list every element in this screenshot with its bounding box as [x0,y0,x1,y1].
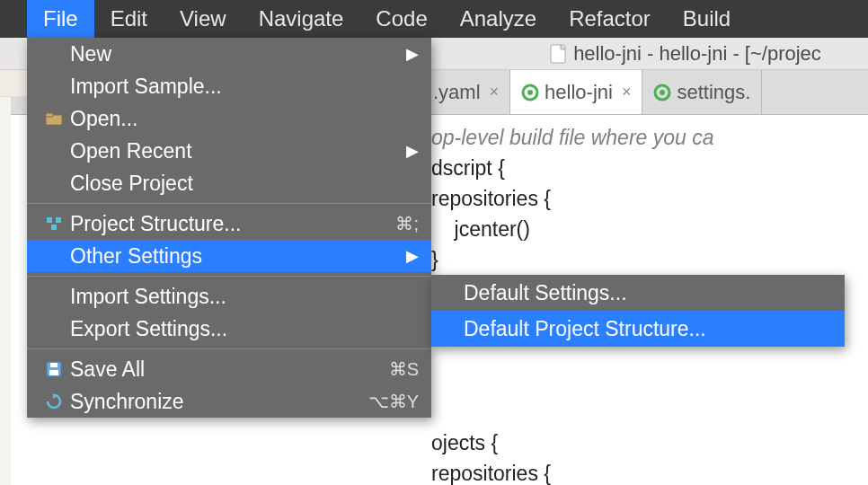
menu-item-new[interactable]: New▶ [27,38,431,70]
other-settings-submenu: Default Settings...Default Project Struc… [431,275,845,347]
menu-item-save-all[interactable]: Save All⌘S [27,353,431,385]
menu-item-import-sample[interactable]: Import Sample... [27,70,431,102]
svg-point-4 [660,90,665,95]
folder-icon [41,111,66,126]
svg-point-2 [527,90,533,95]
close-icon[interactable]: × [490,83,500,101]
tab-label: .yaml [433,81,481,104]
menu-item-label: Save All [70,357,145,382]
breadcrumb-fragment [0,70,27,97]
menu-item-close-project[interactable]: Close Project [27,167,431,199]
submenu-item-default-settings[interactable]: Default Settings... [431,275,845,311]
menubar-item-code[interactable]: Code [359,0,443,38]
menu-item-project-structure[interactable]: Project Structure...⌘; [27,207,431,240]
svg-rect-7 [47,217,52,223]
menu-item-import-settings[interactable]: Import Settings... [27,280,431,313]
document-icon [550,44,566,64]
menu-separator [27,276,431,277]
code-line: jcenter() [431,214,868,244]
menubar-item-analyze[interactable]: Analyze [444,0,553,38]
menubar-item-view[interactable]: View [164,0,243,38]
submenu-item-label: Default Project Structure... [464,317,706,341]
menu-separator [27,348,431,349]
editor-gutter [0,70,11,485]
code-line: repositories { [431,183,868,214]
submenu-arrow-icon: ▶ [406,44,419,64]
code-line: op-level build file where you ca [431,122,868,153]
submenu-arrow-icon: ▶ [406,246,419,266]
structure-icon [41,216,66,232]
menu-item-other-settings[interactable]: Other Settings▶ [27,240,431,272]
menu-item-export-settings[interactable]: Export Settings... [27,313,431,345]
code-line: } [431,244,868,275]
menubar-item-refactor[interactable]: Refactor [553,0,667,38]
code-line [431,397,868,428]
menu-item-label: Import Settings... [70,285,226,309]
editor-tab[interactable]: .yaml× [422,70,510,114]
menubar-item-build[interactable]: Build [667,0,747,38]
tab-label: settings. [677,81,750,104]
menu-separator [27,203,431,204]
editor-tab[interactable]: settings. [642,70,762,114]
menubar: FileEditViewNavigateCodeAnalyzeRefactorB… [0,0,868,38]
menu-item-label: Other Settings [70,244,202,269]
svg-rect-9 [51,225,57,230]
file-menu-dropdown: New▶Import Sample...Open...Open Recent▶C… [27,38,431,418]
submenu-item-default-project-structure[interactable]: Default Project Structure... [431,311,845,347]
menu-shortcut: ⌘S [389,358,419,380]
save-icon [41,361,66,377]
menu-item-label: Close Project [70,172,193,196]
code-line: ojects { [431,428,868,458]
menu-shortcut: ⌥⌘Y [368,391,419,412]
svg-rect-8 [56,217,61,223]
gradle-icon [521,84,539,101]
code-line: dscript { [431,153,868,183]
close-icon[interactable]: × [622,83,632,101]
submenu-arrow-icon: ▶ [406,141,419,161]
menu-item-label: New [70,42,111,66]
menubar-item-file[interactable]: File [27,0,94,38]
submenu-item-label: Default Settings... [464,281,627,305]
menu-item-label: Open Recent [70,139,192,163]
gradle-icon [653,84,671,101]
code-line: repositories { [431,458,868,485]
editor-tab[interactable]: hello-jni× [510,70,642,114]
menubar-item-navigate[interactable]: Navigate [243,0,360,38]
svg-rect-11 [49,370,58,375]
code-line [431,366,868,397]
tab-label: hello-jni [545,81,613,104]
menu-item-label: Open... [70,107,137,131]
window-title-text: hello-jni - hello-jni - [~/projec [573,42,821,66]
menu-item-label: Project Structure... [70,212,241,236]
svg-rect-12 [50,363,58,367]
menu-item-open[interactable]: Open... [27,102,431,135]
menu-item-open-recent[interactable]: Open Recent▶ [27,135,431,167]
menu-item-label: Export Settings... [70,317,227,341]
menu-item-label: Import Sample... [70,75,222,99]
menu-item-synchronize[interactable]: Synchronize⌥⌘Y [27,385,431,418]
sync-icon [41,392,66,410]
menu-item-label: Synchronize [70,390,184,414]
menubar-item-edit[interactable]: Edit [94,0,164,38]
svg-rect-6 [46,113,53,117]
menu-shortcut: ⌘; [395,213,419,234]
